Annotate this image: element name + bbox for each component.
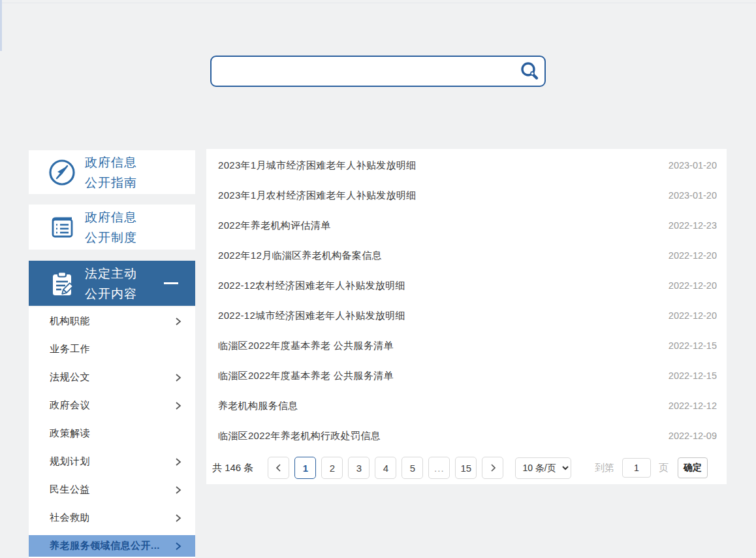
clipboard-icon xyxy=(47,269,77,299)
sidebar-item-policy-interpretation[interactable]: 政策解读 xyxy=(29,419,195,448)
list-item-date: 2022-12-20 xyxy=(669,310,717,321)
menu-item-label: 民生公益 xyxy=(50,484,90,496)
label-line1: 政府信息 xyxy=(85,156,137,169)
list-item-date: 2022-12-23 xyxy=(669,220,717,231)
compass-icon xyxy=(47,157,77,188)
list-item-title[interactable]: 临淄区2022年度基本养老 公共服务清单 xyxy=(218,370,394,382)
list-item-title[interactable]: 2023年1月城市经济困难老年人补贴发放明细 xyxy=(218,159,416,172)
article-list: 2023年1月城市经济困难老年人补贴发放明细 2023-01-20 2023年1… xyxy=(206,150,727,451)
label-line1: 政府信息 xyxy=(85,210,137,224)
list-item-date: 2022-12-09 xyxy=(669,431,717,441)
content-panel: 2023年1月城市经济困难老年人补贴发放明细 2023-01-20 2023年1… xyxy=(206,149,727,484)
menu-item-label: 机构职能 xyxy=(50,315,90,327)
confirm-button[interactable]: 确定 xyxy=(678,457,708,478)
goto-prefix-label: 到第 xyxy=(595,462,614,474)
list-item[interactable]: 2023年1月农村经济困难老年人补贴发放明细 2023-01-20 xyxy=(206,180,727,210)
prev-page-button[interactable] xyxy=(268,457,289,479)
label-line1: 法定主动 xyxy=(85,267,137,280)
top-hairline xyxy=(0,3,756,3)
sidebar-item-disclosure-system[interactable]: 政府信息 公开制度 xyxy=(29,205,195,250)
list-item[interactable]: 2022年12月临淄区养老机构备案信息 2022-12-20 xyxy=(206,240,727,271)
sidebar-item-livelihood-welfare[interactable]: 民生公益 xyxy=(29,476,195,504)
list-item-date: 2023-01-20 xyxy=(669,160,717,171)
label-line2: 公开制度 xyxy=(85,231,137,244)
list-item[interactable]: 2022-12农村经济困难老年人补贴发放明细 2022-12-20 xyxy=(206,271,727,301)
menu-item-label: 养老服务领域信息公开... xyxy=(50,540,160,552)
page-ellipsis-button[interactable]: ... xyxy=(428,457,450,479)
page-button-5[interactable]: 5 xyxy=(402,457,423,479)
list-item-date: 2023-01-20 xyxy=(669,190,717,201)
list-item-date: 2022-12-15 xyxy=(669,340,717,351)
chevron-right-icon xyxy=(173,513,183,523)
menu-item-label: 规划计划 xyxy=(50,455,90,468)
sidebar-item-government-meetings[interactable]: 政府会议 xyxy=(29,391,195,419)
goto-page-input[interactable] xyxy=(622,458,651,478)
total-count-label: 共 146 条 xyxy=(212,462,253,474)
list-item[interactable]: 临淄区2022年养老机构行政处罚信息 2022-12-09 xyxy=(206,421,727,451)
sidebar-item-label: 政府信息 公开指南 xyxy=(85,152,137,193)
sidebar-item-label: 法定主动 公开内容 xyxy=(85,263,137,304)
list-item[interactable]: 养老机构服务信息 2022-12-12 xyxy=(206,391,727,421)
list-item[interactable]: 2022-12城市经济困难老年人补贴发放明细 2022-12-20 xyxy=(206,301,727,331)
menu-item-label: 社会救助 xyxy=(50,512,90,524)
page-button-4[interactable]: 4 xyxy=(375,457,396,479)
sidebar-item-business-work[interactable]: 业务工作 xyxy=(29,335,195,363)
sidebar-item-disclosure-guide[interactable]: 政府信息 公开指南 xyxy=(29,150,195,194)
page-button-15[interactable]: 15 xyxy=(455,457,477,479)
chevron-right-icon xyxy=(173,541,183,551)
sidebar-item-statutory-disclosure[interactable]: 法定主动 公开内容 xyxy=(29,261,195,306)
list-item-title[interactable]: 2022年12月临淄区养老机构备案信息 xyxy=(218,250,382,262)
chevron-right-icon xyxy=(173,457,183,467)
list-item-title[interactable]: 临淄区2022年度基本养老 公共服务清单 xyxy=(218,340,394,352)
list-item-title[interactable]: 2023年1月农村经济困难老年人补贴发放明细 xyxy=(218,189,416,202)
book-icon xyxy=(47,212,77,242)
menu-item-label: 政府会议 xyxy=(50,399,90,412)
page-button-3[interactable]: 3 xyxy=(348,457,370,479)
list-item[interactable]: 2023年1月城市经济困难老年人补贴发放明细 2023-01-20 xyxy=(206,150,727,180)
list-item-date: 2022-12-15 xyxy=(669,370,717,381)
sidebar-item-elderly-care-disclosure[interactable]: 养老服务领域信息公开... xyxy=(29,535,195,557)
sidebar-item-social-assistance[interactable]: 社会救助 xyxy=(29,504,195,532)
search-button[interactable] xyxy=(516,57,543,85)
left-edge-strip xyxy=(0,0,2,51)
chevron-right-icon xyxy=(173,401,183,411)
collapse-minus-icon[interactable] xyxy=(164,282,178,284)
pagination-bar: 共 146 条 1 2 3 4 5 ... 15 10 条/页 到第 页 确定 xyxy=(206,456,727,480)
goto-suffix-label: 页 xyxy=(659,462,669,474)
list-item[interactable]: 2022年养老机构评估清单 2022-12-23 xyxy=(206,210,727,240)
list-item[interactable]: 临淄区2022年度基本养老 公共服务清单 2022-12-15 xyxy=(206,361,727,391)
page-button-2[interactable]: 2 xyxy=(321,457,343,479)
sidebar-item-label: 政府信息 公开制度 xyxy=(85,207,137,248)
sidebar-item-regulations[interactable]: 法规公文 xyxy=(29,363,195,391)
chevron-right-icon xyxy=(488,463,498,473)
page: { "search": { "value": "", "placeholder"… xyxy=(0,0,756,558)
search-input[interactable] xyxy=(212,57,516,86)
chevron-right-icon xyxy=(173,372,183,383)
list-item[interactable]: 临淄区2022年度基本养老 公共服务清单 2022-12-15 xyxy=(206,331,727,361)
sidebar-item-planning[interactable]: 规划计划 xyxy=(29,448,195,476)
list-item-title[interactable]: 养老机构服务信息 xyxy=(218,400,298,412)
list-item-title[interactable]: 临淄区2022年养老机构行政处罚信息 xyxy=(218,430,381,442)
list-item-date: 2022-12-12 xyxy=(669,401,717,411)
sidebar-menu: 机构职能 业务工作 法规公文 政府会议 政策解读 规划计划 xyxy=(29,307,195,558)
list-item-title[interactable]: 2022年养老机构评估清单 xyxy=(218,220,330,232)
next-page-button[interactable] xyxy=(482,457,503,479)
list-item-date: 2022-12-20 xyxy=(669,250,717,261)
chevron-left-icon xyxy=(274,463,284,473)
chevron-right-icon xyxy=(173,316,183,327)
page-button-1[interactable]: 1 xyxy=(294,457,316,479)
menu-item-label: 业务工作 xyxy=(50,343,90,355)
list-item-title[interactable]: 2022-12农村经济困难老年人补贴发放明细 xyxy=(218,280,405,292)
list-item-title[interactable]: 2022-12城市经济困难老年人补贴发放明细 xyxy=(218,310,405,322)
label-line2: 公开内容 xyxy=(85,287,137,301)
search-icon xyxy=(519,61,540,82)
list-item-date: 2022-12-20 xyxy=(669,280,717,291)
chevron-right-icon xyxy=(173,485,183,495)
goto-page-group: 到第 页 确定 xyxy=(595,457,708,478)
label-line2: 公开指南 xyxy=(85,176,137,189)
menu-item-label: 法规公文 xyxy=(50,371,90,384)
menu-item-label: 政策解读 xyxy=(50,427,90,440)
page-size-select[interactable]: 10 条/页 xyxy=(515,457,571,479)
search-bar xyxy=(210,56,546,87)
sidebar-item-agency-functions[interactable]: 机构职能 xyxy=(29,307,195,335)
